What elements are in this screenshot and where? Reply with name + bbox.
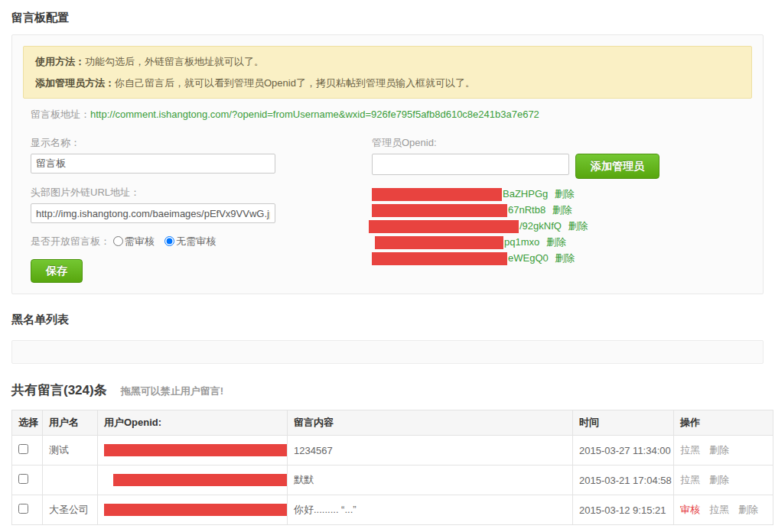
notice-usage-label: 使用方法： bbox=[35, 56, 85, 67]
save-button[interactable]: 保存 bbox=[31, 259, 83, 283]
no-review-radio[interactable] bbox=[164, 236, 174, 246]
redacted-admin-openid bbox=[372, 252, 507, 265]
admin-list-item: 67nRtb8 删除 bbox=[372, 202, 659, 218]
action-link-generic[interactable]: 拉黑 bbox=[680, 474, 700, 485]
header-image-url-field: 头部图片外链URL地址： bbox=[31, 186, 352, 223]
delete-admin-link[interactable]: 删除 bbox=[555, 188, 575, 200]
column-header: 选择 bbox=[12, 410, 43, 436]
board-url-link[interactable]: http://comment.ishangtong.com/?openid=fr… bbox=[90, 109, 539, 120]
admin-input-row: 添加管理员 bbox=[372, 154, 659, 179]
select-cell bbox=[12, 466, 43, 495]
config-form: 显示名称： 头部图片外链URL地址： 是否开放留言板： 需审核 无需审核 保存 … bbox=[31, 136, 752, 283]
openid-cell: SO0NgqW5PY bbox=[98, 436, 288, 466]
admin-list-item: /92gkNfQ 删除 bbox=[372, 218, 659, 234]
redacted-admin-openid bbox=[369, 220, 519, 233]
message-row: Ka6VLFfaRK4 默默 2015-03-21 17:04:58 拉黑删除 bbox=[12, 466, 773, 495]
redacted-admin-openid bbox=[372, 188, 502, 201]
open-board-radio-group: 是否开放留言板： 需审核 无需审核 bbox=[31, 235, 352, 248]
header-image-url-input[interactable] bbox=[31, 203, 275, 223]
action-link-generic[interactable]: 拉黑 bbox=[709, 504, 729, 515]
select-checkbox[interactable] bbox=[18, 504, 28, 514]
admin-openid-suffix: BaZHPGg bbox=[503, 188, 551, 200]
admin-openid-suffix: /92gkNfQ bbox=[519, 220, 565, 232]
add-admin-button[interactable]: 添加管理员 bbox=[575, 154, 659, 179]
redacted-admin-openid bbox=[375, 236, 503, 249]
column-header: 用户Openid: bbox=[98, 410, 288, 436]
message-content-cell: 默默 bbox=[288, 466, 573, 495]
delete-admin-link[interactable]: 删除 bbox=[552, 204, 572, 216]
need-review-label: 需审核 bbox=[125, 235, 155, 247]
admin-list-item: eWEgQ0 删除 bbox=[372, 250, 659, 266]
delete-admin-link[interactable]: 删除 bbox=[546, 236, 566, 248]
admin-openid-suffix: eWEgQ0 bbox=[508, 252, 551, 264]
action-link-generic[interactable]: 删除 bbox=[709, 444, 729, 456]
open-board-label: 是否开放留言板： bbox=[31, 235, 110, 247]
display-name-input[interactable] bbox=[31, 154, 275, 174]
board-url-label: 留言板地址： bbox=[31, 109, 90, 120]
page-title: 留言板配置 bbox=[11, 11, 764, 25]
message-row: 测试 SO0NgqW5PY 1234567 2015-03-27 11:34:0… bbox=[12, 436, 773, 466]
messages-hint: 拖黑可以禁止用户留言! bbox=[121, 384, 223, 398]
message-content-cell: 你好......... “...” bbox=[288, 495, 573, 525]
select-checkbox[interactable] bbox=[18, 474, 28, 484]
board-url-line: 留言板地址：http://comment.ishangtong.com/?ope… bbox=[31, 109, 752, 121]
admin-openid-input[interactable] bbox=[372, 154, 569, 175]
notice-usage-text: 功能勾选后，外链留言板地址就可以了。 bbox=[85, 56, 264, 67]
action-link-generic[interactable]: 删除 bbox=[738, 504, 758, 515]
messages-title: 共有留言(324)条 bbox=[11, 381, 107, 399]
blacklist-box bbox=[11, 340, 764, 364]
column-header: 操作 bbox=[674, 410, 773, 436]
action-link-review[interactable]: 审核 bbox=[680, 504, 700, 515]
display-name-label: 显示名称： bbox=[31, 136, 352, 150]
redacted-admin-openid bbox=[372, 204, 507, 217]
redacted-user-openid bbox=[104, 504, 288, 516]
notice-add-admin-label: 添加管理员方法： bbox=[35, 77, 115, 89]
config-panel: 使用方法：功能勾选后，外链留言板地址就可以了。 添加管理员方法：你自己留言后，就… bbox=[11, 34, 764, 294]
select-cell bbox=[12, 495, 43, 525]
delete-admin-link[interactable]: 删除 bbox=[555, 252, 575, 264]
column-header: 留言内容 bbox=[288, 410, 573, 436]
admin-list-item: pq1mxo 删除 bbox=[372, 234, 659, 250]
messages-table-header-row: 选择用户名用户Openid:留言内容时间操作 bbox=[12, 410, 773, 436]
notice-line-add-admin: 添加管理员方法：你自己留言后，就可以看到管理员Openid了，拷贝粘帖到管理员输… bbox=[35, 76, 740, 89]
username-cell: 大圣公司 bbox=[43, 495, 98, 525]
admin-list-item: BaZHPGg 删除 bbox=[372, 186, 659, 202]
admin-list: BaZHPGg 删除 67nRtb8 删除 /92gkNfQ 删除 pq1mxo… bbox=[372, 186, 659, 266]
config-form-right-column: 管理员Openid: 添加管理员 BaZHPGg 删除 67nRtb8 删除 /… bbox=[372, 136, 659, 283]
config-form-left-column: 显示名称： 头部图片外链URL地址： 是否开放留言板： 需审核 无需审核 保存 bbox=[31, 136, 352, 283]
username-cell: 测试 bbox=[43, 436, 98, 466]
actions-cell: 拉黑删除 bbox=[674, 436, 773, 466]
time-cell: 2015-03-27 11:34:00 bbox=[573, 436, 674, 466]
display-name-field: 显示名称： bbox=[31, 136, 352, 174]
need-review-radio[interactable] bbox=[113, 236, 123, 246]
username-cell bbox=[43, 466, 98, 495]
messages-header: 共有留言(324)条 拖黑可以禁止用户留言! bbox=[11, 381, 764, 399]
radio-no-review-option[interactable]: 无需审核 bbox=[164, 235, 216, 247]
radio-need-review-option[interactable]: 需审核 bbox=[113, 235, 155, 247]
no-review-label: 无需审核 bbox=[176, 235, 216, 247]
delete-admin-link[interactable]: 删除 bbox=[568, 220, 588, 232]
admin-openid-suffix: 67nRtb8 bbox=[508, 204, 549, 216]
openid-cell: nutC9WxM bbox=[98, 495, 288, 525]
action-link-generic[interactable]: 拉黑 bbox=[680, 444, 700, 456]
message-row: 大圣公司 nutC9WxM 你好......... “...” 2015-03-… bbox=[12, 495, 773, 525]
actions-cell: 审核拉黑删除 bbox=[674, 495, 773, 525]
action-link-generic[interactable]: 删除 bbox=[709, 474, 729, 485]
time-cell: 2015-03-12 9:15:21 bbox=[573, 495, 674, 525]
messages-table: 选择用户名用户Openid:留言内容时间操作 测试 SO0NgqW5PY 123… bbox=[11, 410, 773, 525]
notice-line-usage: 使用方法：功能勾选后，外链留言板地址就可以了。 bbox=[35, 55, 740, 68]
header-image-url-label: 头部图片外链URL地址： bbox=[31, 186, 352, 200]
openid-cell: Ka6VLFfaRK4 bbox=[98, 466, 288, 495]
message-content-cell: 1234567 bbox=[288, 436, 573, 466]
time-cell: 2015-03-21 17:04:58 bbox=[573, 466, 674, 495]
select-checkbox[interactable] bbox=[18, 444, 28, 454]
column-header: 时间 bbox=[573, 410, 674, 436]
redacted-user-openid bbox=[113, 474, 288, 486]
admin-openid-suffix: pq1mxo bbox=[504, 236, 542, 248]
actions-cell: 拉黑删除 bbox=[674, 466, 773, 495]
redacted-user-openid bbox=[104, 444, 288, 456]
admin-openid-label: 管理员Openid: bbox=[372, 136, 659, 150]
notice-add-admin-text: 你自己留言后，就可以看到管理员Openid了，拷贝粘帖到管理员输入框就可以了。 bbox=[115, 77, 475, 89]
message-board-admin-page: 留言板配置 使用方法：功能勾选后，外链留言板地址就可以了。 添加管理员方法：你自… bbox=[0, 0, 775, 525]
blacklist-title: 黑名单列表 bbox=[11, 313, 764, 327]
